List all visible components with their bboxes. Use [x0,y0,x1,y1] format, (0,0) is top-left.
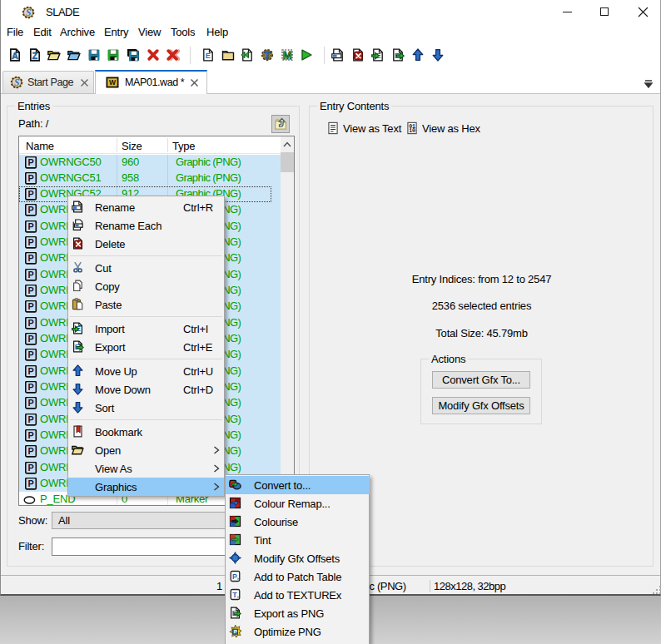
svg-text:P: P [28,398,34,408]
svg-text:P: P [28,157,34,167]
svg-text:P: P [28,478,34,488]
svg-text:P: P [28,237,34,247]
svg-text:S: S [14,77,19,87]
svg-text:P: P [28,221,34,231]
svg-text:P: P [28,173,34,183]
svg-text:S: S [26,7,31,17]
svg-text:Z: Z [32,51,38,61]
svg-text:P: P [28,301,34,311]
svg-text:T: T [264,50,271,62]
svg-text:T: T [232,591,237,599]
svg-text:P: P [28,463,34,473]
svg-text:P: P [28,430,34,440]
svg-text:W: W [109,78,117,87]
svg-text:P: P [28,253,34,263]
svg-text:P: P [28,366,34,376]
svg-text:P: P [234,628,237,634]
svg-text:P: P [28,446,34,456]
svg-text:E: E [206,52,211,60]
svg-text:P: P [28,285,34,295]
svg-text:P: P [28,334,34,344]
svg-text:P: P [28,414,34,424]
svg-text:P: P [28,382,34,392]
svg-text:10: 10 [409,128,415,134]
svg-text:P: P [28,270,34,280]
svg-text:P: P [232,572,237,581]
svg-text:P: P [28,318,34,328]
svg-text:P: P [28,205,34,215]
svg-text:A: A [12,51,18,61]
svg-text:P: P [28,349,34,359]
svg-text:M: M [283,49,292,62]
